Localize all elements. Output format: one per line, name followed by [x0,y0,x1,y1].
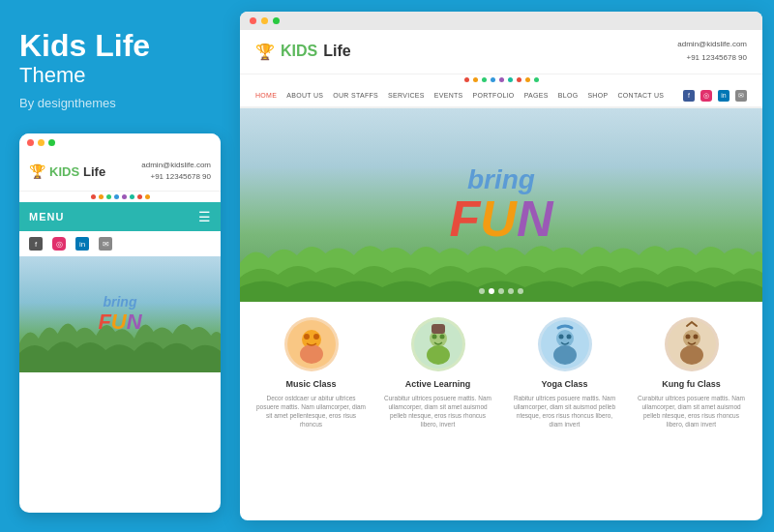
header-polka-dots [240,74,762,85]
classes-section: Music Class Decor ostdcaer ur abitur ult… [240,302,762,444]
fun-u: U [111,310,127,335]
svg-point-15 [566,334,571,339]
slider-dots [479,288,523,294]
dot-green [48,139,55,146]
linkedin-icon[interactable]: in [75,237,89,251]
music-class-desc: Decor ostdcaer ur abitur ultrices posuer… [255,394,367,429]
yoga-class-avatar [538,317,592,371]
polka-dot [145,194,150,199]
nav-blog[interactable]: BLOG [558,92,579,99]
active-learning-name: Active Learning [382,379,493,389]
site-hero: bring FUN [240,108,762,302]
site-logo-kids: KIDS [281,43,317,60]
fun-n: N [127,310,142,335]
left-panel: Kids Life Theme By designthemes 🏆 KIDS L… [0,0,240,532]
polka-dot [122,194,127,199]
hamburger-icon[interactable]: ☰ [198,209,211,224]
music-class-item: Music Class Decor ostdcaer ur abitur ult… [255,317,367,429]
polka-dot [464,77,469,82]
yoga-class-name: Yoga Class [509,379,620,389]
nav-shop[interactable]: SHOP [587,92,608,99]
brand-by: By designthemes [19,96,221,110]
nav-social: f ◎ in ✉ [683,90,747,102]
active-learning-item: Active Learning Curabitur ultrices posue… [382,317,493,429]
nav-home[interactable]: HOME [255,92,277,99]
active-learning-avatar [411,317,465,371]
browser-dot-green [273,17,280,24]
site-trophy-icon: 🏆 [255,43,275,61]
mobile-preview: 🏆 KIDS Life admin@kidslife.com +91 12345… [19,133,221,513]
mobile-fun-text: FUN [98,310,141,335]
mobile-polka-dots [19,192,221,202]
brand-subtitle: Theme [19,63,221,88]
svg-point-4 [313,334,319,340]
svg-point-14 [558,334,563,339]
kungfu-class-avatar [665,317,719,371]
svg-point-8 [432,334,436,339]
facebook-icon[interactable]: f [29,237,43,251]
polka-dot [130,194,134,199]
site-nav: HOME ABOUT US OUR STAFFS SERVICES EVENTS… [240,85,762,108]
nav-staffs[interactable]: OUR STAFFS [333,92,378,99]
nav-facebook-icon[interactable]: f [683,90,695,102]
fun-letter-f: F [450,193,481,244]
mobile-phone: +91 12345678 90 [141,171,211,183]
browser-dot-yellow [261,17,268,24]
nav-portfolio[interactable]: PORTFOLIO [473,92,515,99]
mobile-logo-kids: KIDS [49,164,79,179]
nav-linkedin-icon[interactable]: in [718,90,729,102]
kungfu-class-item: Kung fu Class Curabitur ultrices posuere… [636,317,747,429]
fun-letter-n: N [517,193,553,244]
site-contact: admin@kidslife.com +91 12345678 90 [677,38,747,66]
dot-yellow [38,139,45,146]
site-email: admin@kidslife.com [677,38,747,51]
site-logo: 🏆 KIDS Life [255,43,351,61]
browser-dot-red [250,17,256,24]
svg-point-7 [427,345,450,365]
site-logo-life: Life [323,43,350,60]
polka-dot [137,194,142,199]
mobile-logo-life: Life [83,164,105,179]
nav-about[interactable]: ABOUT US [286,92,323,99]
polka-dot [525,77,530,82]
music-class-avatar [284,317,339,371]
polka-dot [517,77,521,82]
trophy-icon: 🏆 [29,163,45,179]
right-panel: 🏆 KIDS Life admin@kidslife.com +91 12345… [240,0,774,532]
slider-dot[interactable] [508,288,514,294]
yoga-class-desc: Rabitur ultrices posuere mattis. Nam ull… [509,394,620,429]
slider-dot[interactable] [479,288,485,294]
slider-dot-active[interactable] [489,288,494,294]
polka-dot [482,77,487,82]
nav-pages[interactable]: PAGES [524,92,549,99]
nav-events[interactable]: EVENTS [434,92,463,99]
mobile-header: 🏆 KIDS Life admin@kidslife.com +91 12345… [19,152,221,192]
instagram-icon[interactable]: ◎ [52,237,66,251]
nav-services[interactable]: SERVICES [388,92,425,99]
svg-rect-10 [432,324,445,334]
slider-dot[interactable] [498,288,504,294]
polka-dot [491,77,495,82]
polka-dot [114,194,119,199]
site-header: 🏆 KIDS Life admin@kidslife.com +91 12345… [240,30,762,74]
nav-contact[interactable]: CONTACT US [617,92,664,99]
polka-dot [499,77,504,82]
polka-dot [91,194,96,199]
mobile-hero-text: bring FUN [98,294,141,335]
nav-email-icon[interactable]: ✉ [735,90,747,102]
mobile-email: admin@kidslife.com [141,160,211,171]
nav-instagram-icon[interactable]: ◎ [700,90,712,102]
mobile-contact: admin@kidslife.com +91 12345678 90 [141,160,211,183]
mobile-logo: 🏆 KIDS Life [29,163,105,179]
email-icon[interactable]: ✉ [99,237,112,251]
site-phone: +91 12345678 90 [677,51,747,65]
mobile-hero: bring FUN [19,256,221,372]
kungfu-class-desc: Curabitur ultrices posuere mattis. Nam u… [636,394,747,429]
mobile-hero-wrapper: bring FUN [19,256,221,372]
svg-point-19 [685,334,690,339]
dot-red [27,139,34,146]
yoga-class-item: Yoga Class Rabitur ultrices posuere matt… [509,317,620,429]
polka-dot [106,194,111,199]
active-learning-desc: Curabitur ultrices posuere mattis. Nam u… [382,394,493,429]
slider-dot[interactable] [518,288,523,294]
